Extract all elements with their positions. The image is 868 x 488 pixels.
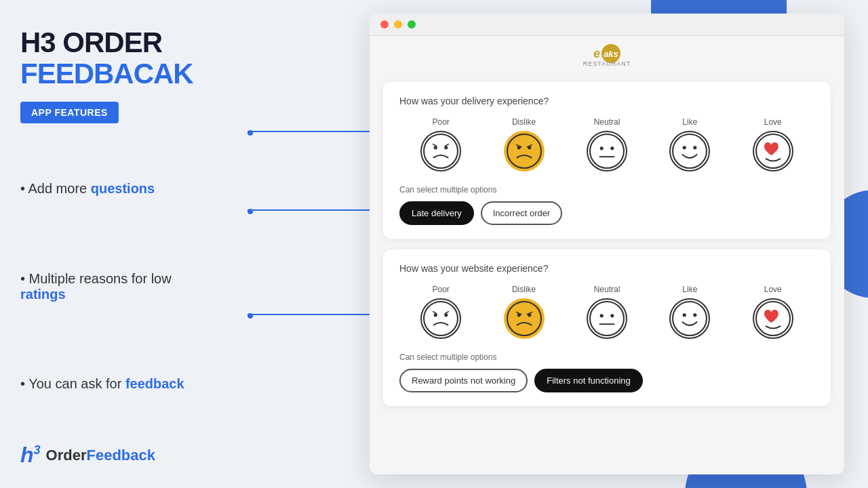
- svg-point-25: [683, 313, 686, 317]
- emoji-face-love-2[interactable]: [753, 298, 793, 339]
- emoji-poor-1: Poor: [420, 117, 461, 171]
- svg-point-7: [600, 146, 604, 150]
- connector-dot-1: [248, 130, 253, 136]
- emoji-dislike-1: Dislike: [504, 117, 545, 171]
- svg-point-20: [590, 302, 624, 336]
- website-question: How was your website experience?: [399, 263, 814, 274]
- connector-line-3: [248, 314, 370, 315]
- svg-point-17: [507, 302, 541, 336]
- website-can-select: Can select multiple options: [399, 352, 814, 362]
- connector-dot-3: [248, 313, 253, 319]
- logo-h3-text: h3: [20, 443, 41, 468]
- emoji-face-poor-2[interactable]: [420, 298, 461, 339]
- title-part2: FEEDBACAK: [20, 58, 193, 89]
- website-card: How was your website experience? Poor: [383, 249, 831, 406]
- logo-order-feedback: OrderFeedback: [46, 447, 155, 464]
- svg-point-3: [507, 134, 541, 168]
- svg-point-6: [590, 134, 624, 168]
- header-section: H3 ORDER FEEDBACAK APP FEATURES: [20, 27, 326, 123]
- brand-sub-text: RESTAURANT: [583, 60, 631, 67]
- svg-point-22: [610, 314, 614, 317]
- feature-highlight-2: feedback: [125, 376, 184, 391]
- svg-point-11: [683, 146, 686, 149]
- emoji-poor-2: Poor: [420, 285, 461, 339]
- svg-point-0: [424, 134, 458, 168]
- feature-prefix-2: • You can ask for: [20, 376, 125, 391]
- connector-line-2: [248, 209, 370, 211]
- emoji-face-poor-1[interactable]: [420, 131, 461, 171]
- svg-point-10: [673, 134, 707, 168]
- emoji-neutral-1: Neutral: [587, 117, 627, 171]
- page-title: H3 ORDER FEEDBACAK: [20, 27, 326, 89]
- website-option-filters[interactable]: Filters not functioning: [534, 369, 643, 392]
- svg-point-14: [424, 302, 458, 336]
- delivery-question: How was your delivery experience?: [399, 96, 814, 106]
- delivery-card: How was your delivery experience? Poor: [383, 82, 831, 239]
- connector-line-1: [248, 131, 370, 132]
- emoji-face-like-1[interactable]: [669, 131, 710, 171]
- delivery-options-row: Late delivery Incorrect order: [399, 201, 814, 225]
- delivery-option-late[interactable]: Late delivery: [399, 201, 474, 225]
- features-list: • Add more questions • Multiple reasons …: [20, 137, 326, 429]
- bottom-logo: h3 OrderFeedback: [20, 443, 326, 468]
- app-features-badge: APP FEATURES: [20, 102, 119, 123]
- emoji-neutral-2: Neutral: [587, 285, 627, 339]
- browser-dot-green[interactable]: [408, 20, 416, 28]
- emoji-love-1: Love: [753, 117, 793, 171]
- svg-point-26: [694, 313, 697, 317]
- browser-bar: [370, 14, 844, 36]
- feature-item-2: • You can ask for feedback: [20, 376, 326, 392]
- browser-content: e aks RESTAURANT How was your delivery e…: [370, 36, 844, 468]
- emoji-face-like-2[interactable]: [669, 298, 710, 339]
- website-option-reward[interactable]: Reward points not working: [399, 369, 528, 392]
- delivery-can-select: Can select multiple options: [399, 185, 814, 195]
- emoji-love-2: Love: [753, 285, 793, 339]
- emoji-dislike-2: Dislike: [504, 285, 545, 339]
- delivery-option-incorrect[interactable]: Incorrect order: [481, 201, 563, 225]
- emoji-face-dislike-1[interactable]: [504, 131, 545, 171]
- website-options-row: Reward points not working Filters not fu…: [399, 369, 814, 392]
- delivery-emoji-row: Poor Dislike: [399, 117, 814, 171]
- svg-point-24: [673, 302, 707, 336]
- emoji-like-1: Like: [669, 117, 710, 171]
- title-part1: H3 ORDER: [20, 26, 162, 58]
- website-emoji-row: Poor Dislike: [399, 285, 814, 339]
- feature-highlight-1: ratings: [20, 287, 66, 302]
- feature-item-0: • Add more questions: [20, 181, 326, 197]
- svg-point-8: [610, 146, 614, 150]
- browser-dot-red[interactable]: [380, 20, 389, 28]
- svg-point-12: [694, 146, 697, 149]
- left-panel: H3 ORDER FEEDBACAK APP FEATURES • Add mo…: [0, 0, 353, 488]
- emoji-face-neutral-2[interactable]: [587, 298, 627, 339]
- emoji-like-2: Like: [669, 285, 710, 339]
- emoji-face-love-1[interactable]: [753, 131, 793, 171]
- browser-dot-yellow[interactable]: [394, 20, 402, 28]
- brand-logo: e aks RESTAURANT: [583, 44, 631, 67]
- svg-point-21: [600, 314, 604, 317]
- feature-item-1: • Multiple reasons for low ratings: [20, 271, 326, 302]
- feature-highlight-0: questions: [91, 181, 155, 196]
- feature-prefix-1: • Multiple reasons for low: [20, 271, 172, 286]
- emoji-face-dislike-2[interactable]: [504, 298, 545, 339]
- feature-prefix-0: • Add more: [20, 181, 91, 196]
- connector-dot-2: [248, 209, 253, 214]
- browser-logo-area: e aks RESTAURANT: [383, 36, 831, 71]
- emoji-face-neutral-1[interactable]: [587, 131, 627, 171]
- browser-mockup: e aks RESTAURANT How was your delivery e…: [370, 14, 844, 474]
